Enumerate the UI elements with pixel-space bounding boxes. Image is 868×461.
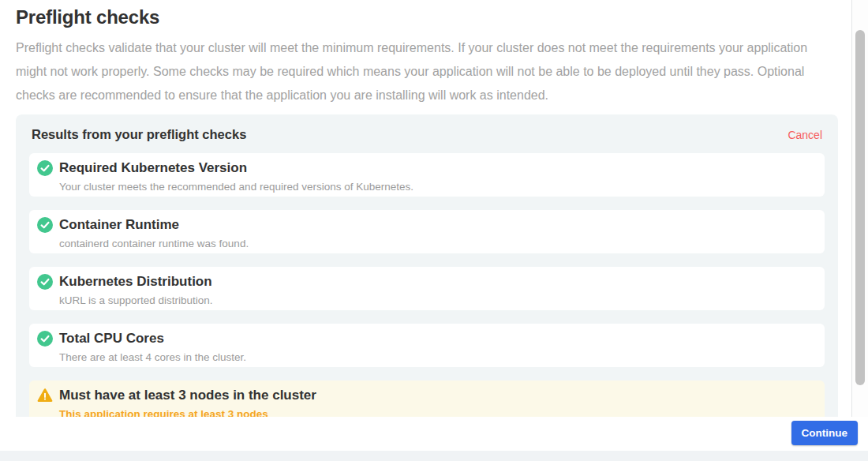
check-circle-icon	[37, 274, 53, 290]
check-title: Kubernetes Distribution	[59, 274, 213, 290]
check-text: Total CPU Cores There are at least 4 cor…	[59, 331, 246, 363]
check-message: There are at least 4 cores in the cluste…	[59, 351, 246, 363]
preflight-page: Preflight checks Preflight checks valida…	[0, 0, 868, 461]
check-text: Kubernetes Distribution kURL is a suppor…	[59, 274, 213, 306]
preflight-results-panel: Results from your preflight checks Cance…	[16, 114, 838, 417]
check-title: Total CPU Cores	[59, 331, 246, 347]
preflight-check-row: Container Runtime containerd container r…	[29, 210, 825, 253]
check-text: Required Kubernetes Version Your cluster…	[59, 160, 413, 193]
preflight-check-row: Must have at least 3 nodes in the cluste…	[29, 380, 825, 417]
check-title: Container Runtime	[59, 217, 249, 233]
footer-bar: Continue	[0, 417, 868, 451]
scrollbar-thumb[interactable]	[855, 30, 865, 385]
warning-triangle-icon	[37, 388, 53, 403]
check-text: Must have at least 3 nodes in the cluste…	[59, 388, 316, 417]
check-circle-icon	[37, 331, 53, 347]
check-text: Container Runtime containerd container r…	[59, 217, 249, 249]
check-title: Must have at least 3 nodes in the cluste…	[59, 388, 316, 403]
page-description: Preflight checks validate that your clus…	[16, 36, 840, 107]
preflight-check-row: Kubernetes Distribution kURL is a suppor…	[29, 267, 825, 310]
panel-header: Results from your preflight checks Cance…	[29, 127, 825, 142]
checks-list: Required Kubernetes Version Your cluster…	[29, 153, 825, 417]
preflight-check-row: Required Kubernetes Version Your cluster…	[29, 153, 825, 197]
content-area: Preflight checks Preflight checks valida…	[0, 0, 851, 417]
check-message: This application requires at least 3 nod…	[59, 408, 316, 417]
bottom-strip	[0, 451, 868, 461]
check-circle-icon	[37, 160, 53, 176]
cancel-link[interactable]: Cancel	[788, 129, 822, 141]
check-message: Your cluster meets the recommended and r…	[59, 181, 413, 193]
vertical-scrollbar[interactable]	[851, 0, 868, 450]
preflight-check-row: Total CPU Cores There are at least 4 cor…	[29, 324, 825, 367]
check-title: Required Kubernetes Version	[59, 160, 413, 176]
check-circle-icon	[37, 217, 53, 233]
panel-title: Results from your preflight checks	[32, 127, 246, 142]
page-title: Preflight checks	[16, 6, 851, 28]
continue-button[interactable]: Continue	[791, 421, 859, 445]
check-message: containerd container runtime was found.	[59, 238, 249, 249]
check-message: kURL is a supported distribution.	[59, 294, 213, 306]
